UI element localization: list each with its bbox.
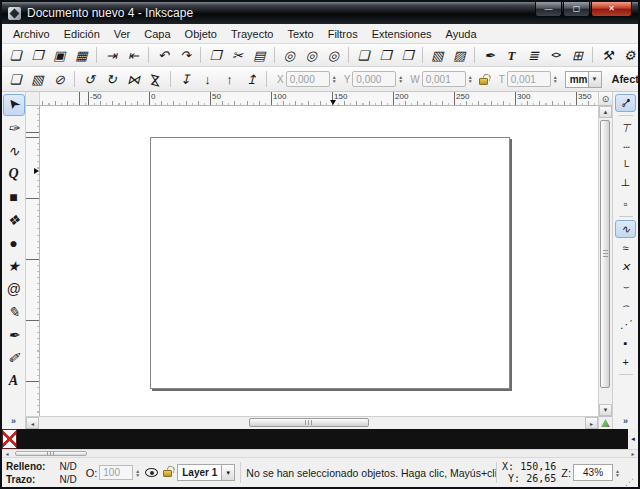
selector-tool[interactable]: ➤	[3, 94, 25, 116]
horizontal-scroll-thumb[interactable]	[249, 418, 369, 427]
open-document-button[interactable]: ❐	[27, 45, 48, 65]
palette-swatch[interactable]	[256, 429, 271, 449]
scroll-left-icon[interactable]: ◂	[26, 417, 39, 429]
horizontal-scroll-track[interactable]	[39, 417, 585, 429]
palette-swatch[interactable]	[226, 429, 241, 449]
palette-swatch[interactable]	[479, 429, 494, 449]
select-all-button[interactable]: ❏	[5, 69, 26, 89]
zoom-tool[interactable]: Q	[3, 163, 25, 185]
text-tool[interactable]: A	[3, 370, 25, 392]
current-layer-field[interactable]: Layer 1	[177, 464, 222, 481]
menu-capa[interactable]: Capa	[137, 26, 177, 42]
x-field[interactable]: 0,000	[286, 71, 330, 87]
copy-button[interactable]: ❐	[205, 45, 226, 65]
snap-smooth-nodes-toggle[interactable]: ⌢	[615, 296, 636, 314]
palette-swatch[interactable]	[569, 429, 584, 449]
y-field[interactable]: 0,000	[352, 71, 396, 87]
opacity-spinner[interactable]: ▲▼	[135, 469, 140, 477]
menu-archivo[interactable]: Archivo	[6, 26, 57, 42]
menu-filtros[interactable]: Filtros	[321, 26, 365, 42]
scroll-right-icon[interactable]: ▸	[585, 417, 598, 429]
raise-button[interactable]: ↑	[219, 69, 240, 89]
palette-swatch[interactable]	[315, 429, 330, 449]
scroll-down-icon[interactable]: ▼	[599, 404, 612, 416]
xml-editor-button[interactable]: <>	[545, 45, 566, 65]
close-button[interactable]: ✕	[591, 2, 632, 17]
duplicate-button[interactable]: ❑	[353, 45, 374, 65]
unlink-clone-button[interactable]: ❒	[397, 45, 418, 65]
paste-button[interactable]: ▤	[249, 45, 270, 65]
palette-swatch[interactable]	[166, 429, 181, 449]
palette-swatch[interactable]	[330, 429, 345, 449]
flip-horizontal-button[interactable]: ⋈	[123, 69, 144, 89]
palette-swatch[interactable]	[32, 429, 47, 449]
palette-edge-arrow-icon[interactable]: ◂	[628, 429, 638, 449]
group-button[interactable]: ▧	[427, 45, 448, 65]
palette-swatch[interactable]	[360, 429, 375, 449]
zoom-field[interactable]: 43%	[573, 464, 613, 481]
snap-nodes-toggle[interactable]: ∿	[615, 220, 636, 238]
palette-swatch[interactable]	[419, 429, 434, 449]
vertical-scroll-thumb[interactable]	[600, 120, 610, 388]
rotate-cw-button[interactable]: ↻	[101, 69, 122, 89]
pencil-tool[interactable]: ✎	[3, 301, 25, 323]
menu-edicion[interactable]: Edición	[57, 26, 107, 42]
create-clone-button[interactable]: ❒	[375, 45, 396, 65]
deselect-button[interactable]: ⊘	[49, 69, 70, 89]
palette-scrollbar[interactable]: ◂ ▸	[2, 449, 638, 458]
menu-objeto[interactable]: Objeto	[178, 26, 224, 42]
spiral-tool[interactable]: @	[3, 278, 25, 300]
ellipse-tool[interactable]: ●	[3, 232, 25, 254]
palette-swatch[interactable]	[539, 429, 554, 449]
menu-extensiones[interactable]: Extensiones	[365, 26, 439, 42]
document-properties-button[interactable]: ⚙	[619, 45, 640, 65]
menu-texto[interactable]: Texto	[280, 26, 320, 42]
palette-swatch[interactable]	[106, 429, 121, 449]
select-all-layers-button[interactable]: ▧	[27, 69, 48, 89]
height-field[interactable]: 0,001	[507, 71, 551, 87]
enable-snapping-toggle[interactable]: ⊶	[615, 94, 636, 112]
palette-swatch[interactable]	[598, 429, 613, 449]
align-dialog-button[interactable]: ⊞	[567, 45, 588, 65]
snap-midpoints-toggle[interactable]: ⋰	[615, 315, 636, 333]
palette-swatch[interactable]	[509, 429, 524, 449]
raise-to-top-button[interactable]: ↥	[241, 69, 262, 89]
tweak-tool[interactable]: ∿	[3, 140, 25, 162]
palette-swatch[interactable]	[121, 429, 136, 449]
fill-stroke-indicator[interactable]: Relleno: N/D Trazo: N/D	[6, 460, 77, 486]
opacity-field[interactable]: 100	[99, 465, 133, 480]
text-dialog-button[interactable]: T	[501, 45, 522, 65]
lower-to-bottom-button[interactable]: ↧	[175, 69, 196, 89]
preferences-button[interactable]: ⚒	[597, 45, 618, 65]
palette-swatch[interactable]	[285, 429, 300, 449]
layers-dialog-button[interactable]: ≣	[523, 45, 544, 65]
palette-swatch[interactable]	[345, 429, 360, 449]
flip-vertical-button[interactable]: ⋈	[145, 69, 166, 89]
snap-bounding-box-toggle[interactable]: ⊤	[615, 119, 636, 137]
vertical-scrollbar[interactable]: ▲ ▼	[599, 106, 612, 416]
snapbar-overflow-chevron[interactable]: »	[623, 416, 628, 426]
zoom-page-button[interactable]: ◎	[323, 45, 344, 65]
palette-swatch[interactable]	[405, 429, 420, 449]
minimize-button[interactable]: —	[535, 2, 562, 17]
export-button[interactable]: ⇤	[123, 45, 144, 65]
rectangle-tool[interactable]: ■	[3, 186, 25, 208]
y-spinner[interactable]: ▲▼	[398, 75, 403, 83]
lock-ratio-toggle-icon[interactable]	[479, 78, 488, 85]
x-spinner[interactable]: ▲▼	[332, 75, 337, 83]
snap-bbox-centers-toggle[interactable]: ▫	[615, 195, 636, 213]
drawing-canvas[interactable]	[40, 106, 598, 416]
height-spinner[interactable]: ▲▼	[553, 75, 558, 83]
bezier-tool[interactable]: ✒	[3, 324, 25, 346]
menu-ayuda[interactable]: Ayuda	[439, 26, 484, 42]
palette-scroll-thumb[interactable]	[15, 451, 87, 456]
new-document-button[interactable]: ❏	[5, 45, 26, 65]
layer-visibility-eye-icon[interactable]	[145, 468, 158, 477]
palette-swatch[interactable]	[554, 429, 569, 449]
palette-scroll-right-icon[interactable]: ▸	[628, 450, 638, 457]
palette-swatch[interactable]	[136, 429, 151, 449]
save-button[interactable]: ▣	[49, 45, 70, 65]
import-button[interactable]: ⇥	[101, 45, 122, 65]
palette-scroll-left-icon[interactable]: ◂	[2, 450, 12, 457]
palette-swatch[interactable]	[583, 429, 598, 449]
